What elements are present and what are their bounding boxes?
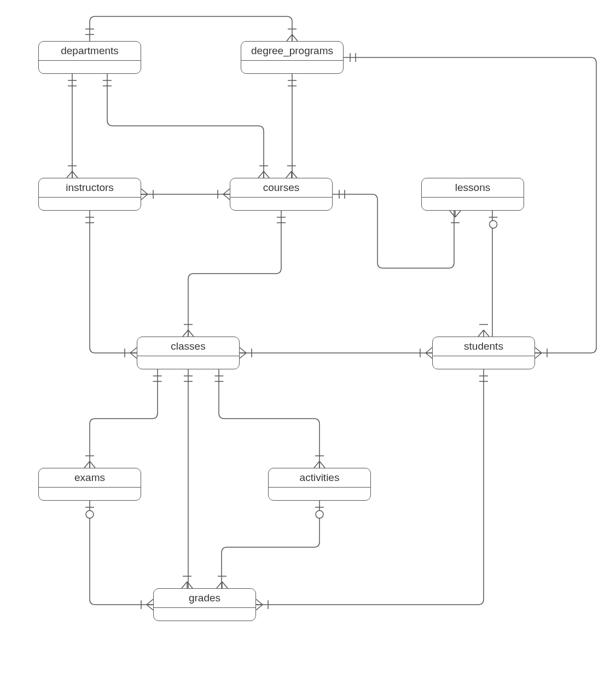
entity-title: students: [433, 337, 534, 356]
svg-line-59: [478, 330, 484, 337]
entity-body: [39, 198, 141, 211]
svg-line-52: [450, 211, 455, 217]
svg-line-73: [84, 461, 90, 468]
entity-degree_programs[interactable]: degree_programs: [241, 41, 344, 74]
entity-title: courses: [230, 178, 332, 198]
svg-line-90: [222, 582, 228, 588]
entity-classes[interactable]: classes: [137, 337, 240, 369]
svg-line-78: [319, 461, 325, 468]
svg-line-27: [535, 347, 542, 353]
svg-line-30: [141, 194, 148, 200]
svg-line-20: [292, 171, 297, 178]
svg-line-97: [147, 605, 153, 610]
relationship-departments-degree_programs: [90, 16, 292, 41]
entity-body: [269, 488, 370, 501]
entity-instructors[interactable]: instructors: [38, 178, 141, 211]
svg-point-95: [86, 511, 94, 518]
entity-body: [137, 356, 239, 369]
svg-line-8: [72, 171, 78, 178]
entity-body: [154, 608, 255, 621]
svg-line-40: [130, 347, 137, 353]
svg-point-89: [316, 511, 323, 518]
entity-students[interactable]: students: [432, 337, 535, 369]
entity-lessons[interactable]: lessons: [421, 178, 524, 211]
relationship-instructors-classes: [90, 211, 137, 353]
svg-line-35: [223, 194, 230, 200]
relationship-classes-activities: [219, 369, 319, 468]
svg-line-66: [426, 347, 432, 353]
svg-line-79: [314, 461, 319, 468]
entity-title: instructors: [39, 178, 141, 198]
entity-title: lessons: [422, 178, 524, 198]
entity-grades[interactable]: grades: [153, 588, 256, 621]
svg-line-2: [292, 34, 298, 41]
svg-line-14: [264, 171, 269, 178]
svg-line-3: [287, 34, 292, 41]
svg-line-84: [187, 582, 193, 588]
svg-line-103: [256, 599, 263, 605]
svg-line-96: [147, 599, 153, 605]
entity-exams[interactable]: exams: [38, 468, 141, 501]
svg-line-62: [240, 353, 246, 358]
svg-line-34: [223, 189, 230, 194]
svg-point-57: [490, 221, 497, 228]
svg-line-31: [141, 189, 148, 194]
relationship-courses-classes: [188, 211, 281, 337]
svg-line-58: [484, 330, 489, 337]
entity-title: departments: [39, 42, 141, 61]
entity-body: [39, 488, 141, 501]
entity-title: activities: [269, 468, 370, 488]
svg-line-67: [426, 353, 432, 358]
entity-title: grades: [154, 589, 255, 608]
entity-body: [39, 61, 141, 74]
svg-line-21: [286, 171, 292, 178]
entity-title: classes: [137, 337, 239, 356]
entity-title: degree_programs: [241, 42, 343, 61]
relationship-exams-grades: [90, 501, 153, 605]
entity-body: [422, 198, 524, 211]
svg-line-15: [258, 171, 264, 178]
svg-line-53: [455, 211, 461, 217]
entity-title: exams: [39, 468, 141, 488]
svg-line-72: [90, 461, 95, 468]
svg-line-9: [67, 171, 72, 178]
svg-line-46: [188, 330, 194, 337]
svg-line-47: [183, 330, 188, 337]
relationship-departments-courses: [107, 74, 264, 178]
er-diagram-canvas: { "entities": { "departments": { "label"…: [0, 0, 616, 684]
entity-body: [230, 198, 332, 211]
svg-line-63: [240, 347, 246, 353]
entity-body: [241, 61, 343, 74]
entity-activities[interactable]: activities: [268, 468, 371, 501]
svg-line-41: [130, 353, 137, 358]
entity-departments[interactable]: departments: [38, 41, 141, 74]
relationship-activities-grades: [222, 501, 319, 588]
entity-body: [433, 356, 534, 369]
svg-line-91: [217, 582, 222, 588]
relationship-classes-exams: [90, 369, 158, 468]
svg-line-26: [535, 353, 542, 358]
svg-line-85: [182, 582, 187, 588]
entity-courses[interactable]: courses: [230, 178, 333, 211]
svg-line-102: [256, 605, 263, 610]
